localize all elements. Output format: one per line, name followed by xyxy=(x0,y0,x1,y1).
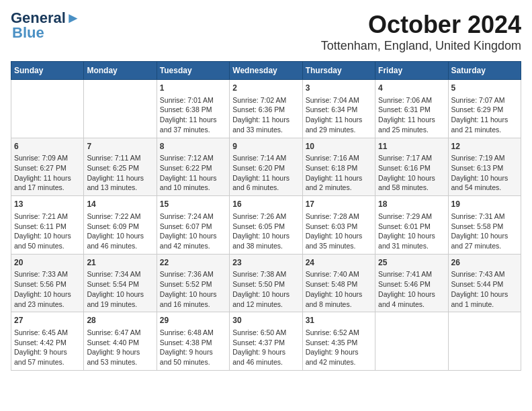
day-number: 14 xyxy=(87,199,153,210)
day-content-line: Sunset: 4:35 PM xyxy=(306,338,372,348)
day-content-line: and 17 minutes. xyxy=(14,183,81,193)
calendar-week-row: 1Sunrise: 7:01 AMSunset: 6:38 PMDaylight… xyxy=(11,80,521,138)
calendar-day-cell: 5Sunrise: 7:07 AMSunset: 6:29 PMDaylight… xyxy=(448,80,521,138)
day-content-line: Sunset: 4:38 PM xyxy=(160,338,226,348)
day-content-line: Sunset: 4:37 PM xyxy=(232,338,299,348)
day-content-line: and 25 minutes. xyxy=(378,125,445,135)
day-content-line: Sunset: 6:01 PM xyxy=(378,222,445,232)
logo: General► Blue xyxy=(11,11,81,40)
day-content-line: Daylight: 11 hours xyxy=(232,115,299,125)
day-number: 19 xyxy=(451,199,518,210)
day-number: 2 xyxy=(232,83,299,94)
day-content-line: and 57 minutes. xyxy=(14,357,81,367)
day-content-line: Sunrise: 7:38 AM xyxy=(232,269,299,279)
day-content-line: Sunset: 6:07 PM xyxy=(160,222,226,232)
day-content-line: Daylight: 10 hours xyxy=(451,289,518,300)
title-block: October 2024 Tottenham, England, United … xyxy=(321,11,521,53)
day-content-line: and 8 minutes. xyxy=(306,300,372,310)
calendar-day-cell: 11Sunrise: 7:17 AMSunset: 6:16 PMDayligh… xyxy=(375,138,448,196)
calendar-day-cell: 20Sunrise: 7:33 AMSunset: 5:56 PMDayligh… xyxy=(11,254,84,312)
day-content-line: Sunset: 5:46 PM xyxy=(378,279,445,289)
calendar-day-cell: 28Sunrise: 6:47 AMSunset: 4:40 PMDayligh… xyxy=(84,312,157,371)
calendar-day-cell: 27Sunrise: 6:45 AMSunset: 4:42 PMDayligh… xyxy=(11,312,84,371)
page-header: General► Blue October 2024 Tottenham, En… xyxy=(11,11,521,53)
day-number: 27 xyxy=(14,315,81,326)
day-content-line: Sunrise: 7:09 AM xyxy=(14,153,81,163)
day-content-line: Sunrise: 6:50 AM xyxy=(232,328,299,338)
day-content-line: Sunset: 5:58 PM xyxy=(451,222,518,232)
day-number: 23 xyxy=(232,257,299,269)
calendar-day-cell: 24Sunrise: 7:40 AMSunset: 5:48 PMDayligh… xyxy=(302,254,375,312)
day-content-line: Sunset: 6:13 PM xyxy=(451,163,518,173)
calendar-day-cell xyxy=(84,80,157,138)
calendar-header-cell: Wednesday xyxy=(230,62,302,80)
day-content-line: Sunrise: 7:02 AM xyxy=(232,95,299,105)
day-content-line: and 42 minutes. xyxy=(306,357,372,367)
calendar-day-cell xyxy=(375,312,448,371)
day-content-line: Daylight: 11 hours xyxy=(14,173,81,183)
calendar-day-cell: 4Sunrise: 7:06 AMSunset: 6:31 PMDaylight… xyxy=(375,80,448,138)
calendar-day-cell: 18Sunrise: 7:29 AMSunset: 6:01 PMDayligh… xyxy=(375,196,448,255)
day-content-line: Sunset: 5:52 PM xyxy=(160,279,226,289)
day-content-line: Sunset: 6:38 PM xyxy=(160,105,226,115)
calendar-header-cell: Sunday xyxy=(11,62,84,80)
calendar-day-cell: 10Sunrise: 7:16 AMSunset: 6:18 PMDayligh… xyxy=(302,138,375,196)
calendar-day-cell: 17Sunrise: 7:28 AMSunset: 6:03 PMDayligh… xyxy=(302,196,375,255)
day-content-line: Sunrise: 7:29 AM xyxy=(378,212,445,222)
day-content-line: Daylight: 11 hours xyxy=(160,173,226,183)
day-content-line: Daylight: 11 hours xyxy=(87,173,153,183)
day-content-line: Sunset: 5:56 PM xyxy=(14,279,81,289)
day-content-line: Sunrise: 7:14 AM xyxy=(232,153,299,163)
day-content-line: and 38 minutes. xyxy=(232,241,299,251)
day-content-line: Sunrise: 6:48 AM xyxy=(160,328,226,338)
page-title: October 2024 xyxy=(321,11,521,39)
day-content-line: Sunrise: 7:12 AM xyxy=(160,153,226,163)
calendar-day-cell: 7Sunrise: 7:11 AMSunset: 6:25 PMDaylight… xyxy=(84,138,157,196)
day-content-line: Sunset: 4:40 PM xyxy=(87,338,153,348)
calendar-week-row: 6Sunrise: 7:09 AMSunset: 6:27 PMDaylight… xyxy=(11,138,521,196)
day-content-line: Daylight: 10 hours xyxy=(14,231,81,241)
calendar-day-cell: 21Sunrise: 7:34 AMSunset: 5:54 PMDayligh… xyxy=(84,254,157,312)
calendar-day-cell: 31Sunrise: 6:52 AMSunset: 4:35 PMDayligh… xyxy=(302,312,375,371)
day-content-line: Daylight: 10 hours xyxy=(87,231,153,241)
day-content-line: and 21 minutes. xyxy=(451,125,518,135)
calendar-day-cell: 6Sunrise: 7:09 AMSunset: 6:27 PMDaylight… xyxy=(11,138,84,196)
day-content-line: Daylight: 11 hours xyxy=(378,115,445,125)
day-number: 31 xyxy=(306,315,372,326)
day-content-line: and 33 minutes. xyxy=(232,125,299,135)
day-content-line: and 19 minutes. xyxy=(87,300,153,310)
day-content-line: and 31 minutes. xyxy=(378,241,445,251)
day-content-line: Daylight: 10 hours xyxy=(160,289,226,300)
day-content-line: Daylight: 10 hours xyxy=(306,289,372,300)
day-content-line: Sunset: 6:25 PM xyxy=(87,163,153,173)
day-content-line: Daylight: 10 hours xyxy=(14,289,81,300)
day-content-line: Sunrise: 6:52 AM xyxy=(306,328,372,338)
day-number: 20 xyxy=(14,257,81,269)
day-content-line: and 37 minutes. xyxy=(160,125,226,135)
calendar-header-cell: Saturday xyxy=(448,62,521,80)
logo-subtext: Blue xyxy=(12,26,44,40)
day-content-line: and 12 minutes. xyxy=(232,300,299,310)
day-number: 13 xyxy=(14,199,81,210)
day-number: 21 xyxy=(87,257,153,269)
calendar-week-row: 27Sunrise: 6:45 AMSunset: 4:42 PMDayligh… xyxy=(11,312,521,371)
calendar-day-cell: 14Sunrise: 7:22 AMSunset: 6:09 PMDayligh… xyxy=(84,196,157,255)
day-content-line: Sunrise: 7:24 AM xyxy=(160,212,226,222)
day-content-line: Daylight: 9 hours xyxy=(232,347,299,357)
day-content-line: and 42 minutes. xyxy=(160,241,226,251)
day-number: 22 xyxy=(160,257,226,269)
day-content-line: Sunset: 5:44 PM xyxy=(451,279,518,289)
day-content-line: Sunset: 6:05 PM xyxy=(232,222,299,232)
day-content-line: Daylight: 11 hours xyxy=(306,115,372,125)
day-content-line: Daylight: 11 hours xyxy=(232,173,299,183)
day-content-line: Daylight: 10 hours xyxy=(232,289,299,300)
day-number: 28 xyxy=(87,315,153,326)
day-content-line: Daylight: 10 hours xyxy=(306,231,372,241)
calendar-day-cell: 22Sunrise: 7:36 AMSunset: 5:52 PMDayligh… xyxy=(157,254,229,312)
day-content-line: and 4 minutes. xyxy=(378,300,445,310)
day-number: 25 xyxy=(378,257,445,269)
day-content-line: and 10 minutes. xyxy=(160,183,226,193)
day-content-line: Daylight: 9 hours xyxy=(160,347,226,357)
day-content-line: Daylight: 9 hours xyxy=(14,347,81,357)
day-content-line: Sunrise: 6:45 AM xyxy=(14,328,81,338)
